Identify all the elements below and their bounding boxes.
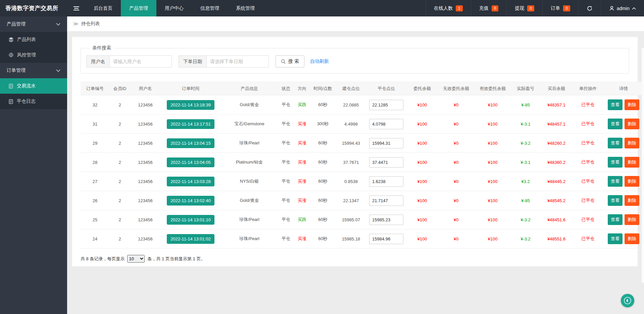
nav-item-2[interactable]: 产品管理 xyxy=(121,0,156,16)
cell-valid-entrust: ¥100 xyxy=(474,153,511,172)
close-point-input[interactable] xyxy=(369,119,403,129)
invalid-entrust-value: ¥0 xyxy=(454,217,458,222)
cell-order-no: 27 xyxy=(81,172,109,191)
sidebar-item-交易流水[interactable]: 交易流水 xyxy=(0,78,67,94)
sidebar-submenu-1: 产品列表风控管理 xyxy=(0,32,67,63)
username-input[interactable] xyxy=(110,55,172,68)
delete-button[interactable]: 删除 xyxy=(625,214,639,225)
nav-stat-1[interactable]: 在线人数1 xyxy=(426,0,471,16)
view-button[interactable]: 查看 xyxy=(608,176,623,187)
direction-label: 买涨 xyxy=(298,160,306,165)
nav-item-4[interactable]: 信息管理 xyxy=(192,0,228,16)
cell-product: 宝石/Gemstone xyxy=(221,115,278,134)
search-panel: 条件搜索 用户名 下单日期 搜 索 自动刷新 xyxy=(81,45,629,74)
cell-details: 查看删除 xyxy=(603,95,644,115)
control-status-label: 已平仓 xyxy=(582,198,595,203)
cell-member-id: 2 xyxy=(109,95,130,115)
delete-button[interactable]: 删除 xyxy=(625,233,639,244)
sidebar-group-1[interactable]: 产品管理 xyxy=(0,16,67,32)
cell-valid-entrust: ¥100 xyxy=(474,210,511,229)
search-legend: 条件搜索 xyxy=(90,45,114,51)
view-button[interactable]: 查看 xyxy=(608,195,623,206)
pagination-prefix: 共 8 条记录，每页显示 xyxy=(81,256,125,262)
entrust-balance-value: ¥100 xyxy=(417,179,427,184)
nav-item-3[interactable]: 用户中心 xyxy=(156,0,192,16)
cell-open-point: 4.4998 xyxy=(336,115,366,134)
cell-control: 已平仓 xyxy=(573,95,603,115)
row-actions: 查看删除 xyxy=(607,217,640,222)
delete-button[interactable]: 删除 xyxy=(625,119,639,129)
view-button[interactable]: 查看 xyxy=(608,233,623,244)
cell-duration: 60秒 xyxy=(310,210,336,229)
view-button[interactable]: 查看 xyxy=(608,99,623,110)
control-status-label: 已平仓 xyxy=(582,236,595,241)
cell-direction: 买跌 xyxy=(294,95,310,115)
sidebar-item-风控管理[interactable]: 风控管理 xyxy=(0,47,67,63)
cell-username: 123456 xyxy=(130,172,160,191)
close-point-input[interactable] xyxy=(369,215,403,225)
sidebar-group-2[interactable]: 订单管理 xyxy=(0,63,67,78)
column-header: 订单编号 xyxy=(81,82,109,95)
cell-control: 已平仓 xyxy=(573,153,603,172)
search-button[interactable]: 搜 索 xyxy=(276,55,304,68)
nav-stat-4[interactable]: 订单0 xyxy=(542,0,578,16)
order-date-input[interactable] xyxy=(207,55,269,68)
close-point-input[interactable] xyxy=(369,138,403,148)
cell-member-id: 2 xyxy=(109,172,130,191)
close-point-input[interactable] xyxy=(369,157,403,168)
row-actions: 查看删除 xyxy=(607,121,640,126)
sidebar-toggle-icon[interactable] xyxy=(67,0,85,16)
sidebar-item-平仓日志[interactable]: 平仓日志 xyxy=(0,94,67,109)
cell-product: Platinum/铂金 xyxy=(221,153,278,172)
sound-broadcast-button[interactable] xyxy=(621,294,634,307)
delete-button[interactable]: 删除 xyxy=(625,99,639,110)
view-button[interactable]: 查看 xyxy=(608,138,623,148)
close-point-input[interactable] xyxy=(369,100,403,110)
cell-order-time: 2022-11-14 13:01:02 xyxy=(160,229,221,249)
auto-refresh-link[interactable]: 自动刷新 xyxy=(310,58,329,64)
user-menu[interactable]: admin xyxy=(601,0,644,16)
nav-stat-3[interactable]: 提现0 xyxy=(506,0,542,16)
after-balance-value: ¥48551.6 xyxy=(547,236,565,241)
sidebar-item-产品列表[interactable]: 产品列表 xyxy=(0,32,67,47)
order-time-badge: 2022-11-14 13:18:39 xyxy=(167,100,214,110)
cell-profit: ¥-85 xyxy=(511,95,540,115)
invalid-entrust-value: ¥0 xyxy=(454,122,458,127)
top-navbar: 香港数字资产交易所 后台首页产品管理用户中心信息管理系统管理 在线人数1充值0提… xyxy=(0,0,644,16)
sidebar-item-label: 风控管理 xyxy=(17,52,36,58)
column-header: 建仓点位 xyxy=(336,82,366,95)
table-row: 2521234562022-11-14 13:01:10珍珠/Pearl平仓买跌… xyxy=(81,210,644,229)
column-header: 时间/点数 xyxy=(310,82,336,95)
cell-username: 123456 xyxy=(130,191,160,210)
close-point-input[interactable] xyxy=(369,195,403,206)
cell-duration: 60秒 xyxy=(310,134,336,153)
view-button[interactable]: 查看 xyxy=(608,214,623,225)
scrollbar-track[interactable] xyxy=(642,48,644,283)
close-point-input[interactable] xyxy=(369,234,403,244)
entrust-balance-value: ¥100 xyxy=(417,217,427,222)
refresh-button[interactable] xyxy=(578,0,601,16)
nav-item-1[interactable]: 后台首页 xyxy=(85,0,121,16)
column-header: 有效委托余额 xyxy=(474,82,511,95)
delete-button[interactable]: 删除 xyxy=(625,176,639,187)
delete-button[interactable]: 删除 xyxy=(625,138,639,148)
page-title: 持仓列表 xyxy=(81,21,100,27)
cell-direction: 买涨 xyxy=(294,115,310,134)
nav-menu: 后台首页产品管理用户中心信息管理系统管理 xyxy=(85,0,263,16)
cell-invalid-entrust: ¥0 xyxy=(438,229,474,249)
delete-button[interactable]: 删除 xyxy=(625,157,639,168)
breadcrumb: ≫ 持仓列表 xyxy=(67,16,644,32)
nav-item-5[interactable]: 系统管理 xyxy=(228,0,263,16)
nav-stat-2[interactable]: 充值0 xyxy=(471,0,507,16)
profit-value: ¥-3.2 xyxy=(521,217,531,222)
username-label: 用户名 xyxy=(86,55,110,68)
delete-button[interactable]: 删除 xyxy=(625,195,639,206)
cell-invalid-entrust: ¥0 xyxy=(438,210,474,229)
view-button[interactable]: 查看 xyxy=(608,119,623,129)
page-size-select[interactable]: 10 xyxy=(127,255,145,263)
close-point-input[interactable] xyxy=(369,176,403,187)
cell-product: Gold/黄金 xyxy=(221,191,278,210)
view-button[interactable]: 查看 xyxy=(608,157,623,168)
sidebar-item-label: 交易流水 xyxy=(17,83,36,89)
nav-stats: 在线人数1充值0提现0订单0 xyxy=(426,0,578,16)
